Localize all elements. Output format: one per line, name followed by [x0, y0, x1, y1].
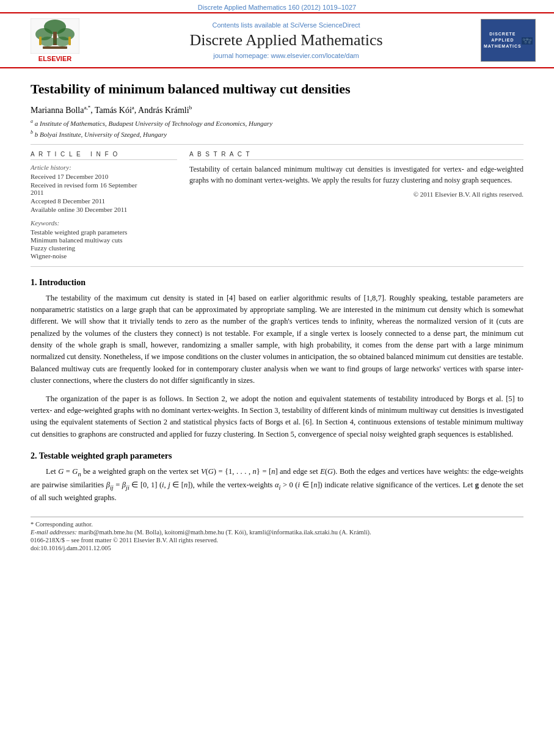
- article-history-label: Article history:: [31, 164, 177, 171]
- intro-paragraph-2: The organization of the paper is as foll…: [31, 393, 523, 441]
- footnote-issn: 0166-218X/$ – see front matter © 2011 El…: [31, 537, 523, 543]
- revised-date: Received in revised form 16 September201…: [31, 181, 177, 196]
- svg-point-5: [40, 37, 55, 46]
- footnote-email: E-mail addresses: marib@math.bme.hu (M. …: [31, 529, 523, 536]
- contents-available-line: Contents lists available at SciVerse Sci…: [92, 21, 481, 29]
- homepage-link[interactable]: www.elsevier.com/locate/dam: [271, 52, 359, 59]
- section2-paragraph-1: Let G = Gn be a weighted graph on the ve…: [31, 466, 523, 504]
- separator-after-abstract: [31, 266, 523, 267]
- affiliation-a: a a Institute of Mathematics, Budapest U…: [31, 118, 523, 127]
- journal-cover-thumbnail: DISCRETEAPPLIEDMATHEMATICS: [481, 19, 536, 62]
- authors-line: Marianna Bollaa,*, Tamás Kóia, András Kr…: [31, 104, 523, 115]
- keyword-1: Testable weighted graph parameters: [31, 228, 177, 236]
- accepted-date: Accepted 8 December 2011: [31, 197, 177, 205]
- homepage-line: journal homepage: www.elsevier.com/locat…: [92, 52, 481, 59]
- elsevier-logo: ELSEVIER: [31, 18, 79, 62]
- keyword-4: Wigner-noise: [31, 252, 177, 260]
- svg-rect-7: [43, 46, 67, 49]
- section-1-title: 1. Introduction: [31, 278, 523, 288]
- article-info-heading: A R T I C L E I N F O: [31, 151, 177, 160]
- received-date: Received 17 December 2010: [31, 173, 177, 180]
- journal-citation: Discrete Applied Mathematics 160 (2012) …: [198, 4, 356, 11]
- elsevier-wordmark: ELSEVIER: [38, 55, 71, 62]
- footnote-star: * Corresponding author.: [31, 521, 523, 528]
- svg-rect-10: [522, 37, 533, 45]
- separator-after-affiliations: [31, 144, 523, 145]
- sciverse-link[interactable]: SciVerse ScienceDirect: [290, 21, 360, 29]
- abstract-text: Testability of certain balanced minimum …: [189, 164, 523, 186]
- elsevier-logo-area: ELSEVIER: [18, 18, 92, 62]
- section-2-title: 2. Testable weighted graph parameters: [31, 451, 523, 461]
- svg-point-6: [55, 37, 70, 46]
- main-content: Testability of minimum balanced multiway…: [0, 68, 554, 565]
- journal-top-bar: Discrete Applied Mathematics 160 (2012) …: [0, 0, 554, 12]
- available-online-date: Available online 30 December 2011: [31, 206, 177, 213]
- affiliation-b: b b Bolyai Institute, University of Szeg…: [31, 129, 523, 138]
- abstract-column: A B S T R A C T Testability of certain b…: [189, 151, 523, 260]
- journal-header: ELSEVIER Contents lists available at Sci…: [0, 12, 554, 68]
- keyword-3: Fuzzy clustering: [31, 244, 177, 252]
- keywords-label: Keywords:: [31, 219, 177, 227]
- article-info-column: A R T I C L E I N F O Article history: R…: [31, 151, 177, 260]
- footnote-doi: doi:10.1016/j.dam.2011.12.005: [31, 545, 523, 551]
- keyword-2: Minimum balanced multiway cuts: [31, 236, 177, 244]
- footnote-area: * Corresponding author. E-mail addresses…: [31, 517, 523, 551]
- intro-paragraph-1: The testability of the maximum cut densi…: [31, 293, 523, 387]
- svg-rect-8: [39, 37, 42, 45]
- article-info-abstract-section: A R T I C L E I N F O Article history: R…: [31, 151, 523, 260]
- abstract-heading: A B S T R A C T: [189, 151, 523, 160]
- article-title: Testability of minimum balanced multiway…: [31, 81, 523, 98]
- journal-name-display: Discrete Applied Mathematics: [92, 31, 481, 49]
- abstract-copyright: © 2011 Elsevier B.V. All rights reserved…: [189, 191, 523, 198]
- journal-center-header: Contents lists available at SciVerse Sci…: [92, 21, 481, 59]
- svg-rect-9: [68, 37, 71, 45]
- elsevier-tree-icon: [31, 18, 79, 54]
